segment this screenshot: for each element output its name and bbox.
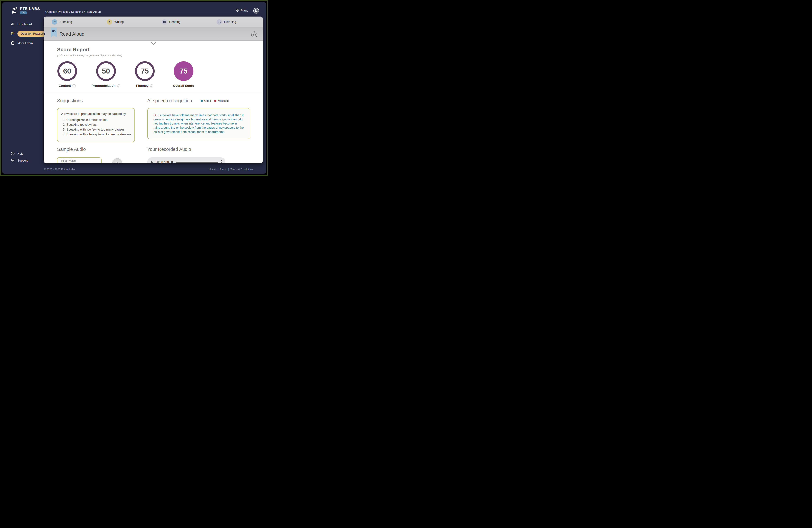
svg-text:i: i — [151, 85, 152, 87]
audio-progress-bar[interactable] — [176, 162, 218, 163]
plans-button[interactable]: Plans — [235, 9, 248, 13]
recorded-audio-heading: Your Recorded Audio — [147, 147, 250, 152]
score-value-content: 60 — [57, 61, 77, 81]
tab-label-listening: Listening — [224, 20, 236, 24]
score-circles-row: 60 Content i 50 Pronounciation — [48, 61, 263, 88]
sidebar-item-help[interactable]: ? Help — [2, 151, 44, 157]
score-label-content: Content — [59, 84, 71, 88]
suggestion-item: Speaking too slow/fast — [67, 123, 131, 126]
edit-pencil-icon — [11, 31, 15, 36]
score-report-subtitle: (This is an indicative report generated … — [57, 54, 250, 57]
robot-icon[interactable] — [251, 31, 258, 37]
score-value-overall: 75 — [174, 61, 193, 81]
sidebar-item-mock-exam[interactable]: Mock Exam — [2, 40, 44, 46]
svg-text:?: ? — [12, 152, 13, 155]
good-legend-dot — [201, 100, 203, 102]
voice-select[interactable]: Select Voice Female ▼ — [57, 157, 102, 163]
speaking-icon: S — [52, 19, 57, 25]
suggestions-intro: A low score in pronunciation may be caus… — [61, 112, 131, 116]
score-panel: Score Report (This is an indicative repo… — [44, 41, 263, 163]
info-icon[interactable]: i — [72, 84, 76, 88]
info-icon[interactable]: i — [117, 84, 120, 88]
recorded-audio-player: 00:00 / 00:30 — [147, 157, 225, 163]
score-content: 60 Content i — [48, 61, 87, 88]
copyright: © 2020 - 2023 Future Labs — [44, 168, 75, 171]
question-title: Read Aloud — [59, 31, 85, 37]
app-window: PTE LABS Pro Question Practice / Speakin… — [2, 2, 266, 174]
suggestion-item: Speaking with a heavy tone, too many str… — [67, 133, 131, 136]
content-card: S Speaking — [44, 17, 263, 163]
footer-link-home[interactable]: Home — [209, 168, 216, 171]
score-value-fluency: 75 — [135, 61, 155, 81]
play-icon — [115, 161, 119, 163]
top-bar: PTE LABS Pro Question Practice / Speakin… — [2, 2, 266, 17]
ai-legend: Good Mistakes — [201, 100, 229, 103]
svg-text:S: S — [54, 20, 55, 24]
sample-audio-heading: Sample Audio — [57, 147, 135, 152]
audio-play-button[interactable] — [151, 161, 153, 163]
score-pronounciation: 50 Pronounciation i — [87, 61, 125, 88]
brand-logo[interactable]: PTE LABS Pro — [12, 7, 44, 15]
score-overall: 75 Overall Score — [164, 61, 203, 88]
avatar[interactable] — [253, 8, 259, 14]
score-fluency: 75 Fluency i — [125, 61, 164, 88]
suggestion-item: Unrecognizable pronunciation — [67, 118, 131, 122]
footer: © 2020 - 2023 Future Labs Home | Plans |… — [2, 165, 266, 174]
chat-bubble-icon — [11, 159, 15, 163]
footer-separator: | — [218, 168, 218, 171]
tab-writing[interactable]: Writing — [99, 17, 153, 27]
sidebar-label-mock-exam: Mock Exam — [17, 42, 33, 45]
writing-icon — [107, 19, 112, 25]
score-label-overall: Overall Score — [173, 84, 194, 88]
collapse-arrow-icon[interactable] — [44, 32, 45, 35]
sidebar-label-help: Help — [17, 152, 24, 155]
footer-link-terms[interactable]: Terms & Conditions — [231, 168, 253, 171]
help-circle-icon: ? — [11, 152, 15, 156]
diamond-icon — [235, 9, 239, 13]
bar-chart-icon — [11, 22, 15, 27]
tab-label-reading: Reading — [169, 20, 180, 24]
audio-menu-button[interactable] — [221, 160, 222, 163]
svg-text:i: i — [118, 85, 119, 87]
good-legend-label: Good — [204, 100, 211, 103]
sidebar-item-dashboard[interactable]: Dashboard — [2, 21, 44, 27]
brand-pro-badge: Pro — [20, 11, 27, 14]
info-icon[interactable]: i — [150, 84, 153, 88]
question-header: RA Read Aloud — [44, 28, 263, 41]
book-icon — [162, 19, 167, 25]
clipboard-icon — [11, 41, 15, 46]
breadcrumb: Question Practice / Speaking / Read Alou… — [45, 10, 101, 14]
tab-label-writing: Writing — [114, 20, 124, 24]
mistakes-legend-dot — [214, 100, 216, 102]
chevron-down-icon — [151, 42, 156, 45]
question-type-badge: RA — [51, 28, 57, 37]
tab-label-speaking: Speaking — [59, 20, 72, 24]
sidebar-label-support: Support — [17, 159, 28, 162]
sidebar: Dashboard Question Practice — [2, 17, 44, 165]
sample-play-button[interactable] — [112, 158, 122, 163]
score-label-fluency: Fluency — [136, 84, 149, 88]
ai-recognition-heading: AI speech recognition — [147, 98, 192, 104]
collapse-chevron[interactable] — [44, 42, 263, 45]
sidebar-label-dashboard: Dashboard — [17, 22, 32, 26]
ai-transcript-good-segment: survivors have told me many times that h… — [154, 114, 244, 134]
suggestions-box: A low score in pronunciation may be caus… — [57, 108, 135, 142]
score-report-title: Score Report — [57, 47, 250, 52]
svg-text:i: i — [74, 85, 74, 87]
play-icon — [151, 161, 153, 163]
footer-separator: | — [228, 168, 229, 171]
book-logo-icon — [12, 7, 18, 15]
tab-reading[interactable]: Reading — [154, 17, 208, 27]
score-label-pronounciation: Pronounciation — [91, 84, 116, 88]
sidebar-item-question-practice[interactable]: Question Practice — [2, 31, 44, 37]
plans-label: Plans — [241, 9, 248, 12]
mistakes-legend-label: Mistakes — [218, 100, 229, 103]
suggestion-item: Speaking with too few to too many pauses — [67, 128, 131, 131]
audio-time: 00:00 / 00:30 — [156, 161, 173, 163]
voice-select-label: Select Voice — [60, 159, 98, 162]
tab-speaking[interactable]: S Speaking — [44, 17, 99, 27]
headphones-icon — [217, 19, 222, 25]
sidebar-item-support[interactable]: Support — [2, 158, 44, 164]
tab-listening[interactable]: Listening — [208, 17, 263, 27]
footer-link-plans[interactable]: Plans — [220, 168, 227, 171]
